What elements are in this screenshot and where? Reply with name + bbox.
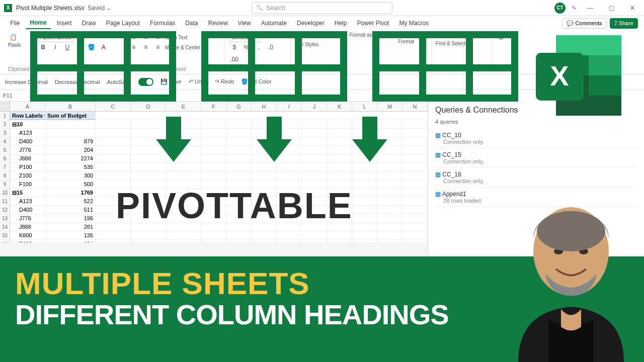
maximize-button[interactable]: ▢ [604,5,619,12]
align-left-icon[interactable]: ≡ [129,42,139,52]
pivot-row-label[interactable]: ⊟10 [10,120,45,128]
paste-icon[interactable]: 📋 [8,32,18,42]
menu-developer[interactable]: Developer [293,18,329,29]
menu-automate[interactable]: Automate [257,18,291,29]
cond-format-button[interactable]: Conditional Formatting [295,32,346,38]
align-center-icon[interactable]: ≡ [141,42,151,52]
ribbon-number: General $ % , .0 .00 Number [225,32,291,72]
query-item[interactable]: CC_10Connection only. [435,129,637,148]
decimal-inc-icon[interactable]: .0 [266,42,276,52]
number-format-select[interactable]: General [229,32,260,42]
pivot-row-label[interactable]: J888 [10,154,45,162]
fill-color-qat[interactable]: 🪣 Fill Color [241,78,271,85]
wrap-text-button[interactable]: Wrap Text [165,35,188,40]
col-header-B[interactable]: B [45,102,96,111]
query-item[interactable]: CC_15Connection only. [435,148,637,168]
col-header-D[interactable]: D [131,102,166,111]
pivot-value: 196 [45,214,96,222]
search-input[interactable]: Search [252,2,392,14]
save-status[interactable]: Saved ⌄ [88,5,111,12]
col-header-J[interactable]: J [302,102,327,111]
menu-review[interactable]: Review [204,18,231,29]
col-header-C[interactable]: C [96,102,131,111]
pivot-row-label[interactable]: D400 [10,206,45,214]
italic-button[interactable]: I [50,42,60,52]
ink-icon[interactable]: ✎ [572,5,577,12]
redo-button[interactable]: ↷ Redo [215,78,234,85]
col-header-N[interactable]: N [403,102,428,111]
increase-decimal-button[interactable]: Increase Decimal [5,79,48,85]
pivot-row-labels-header[interactable]: Row Labels ▾ [10,112,45,120]
bold-button[interactable]: B [38,42,48,52]
format-as-button[interactable]: Format as [349,32,372,38]
pivot-row-label[interactable]: P100 [10,240,45,242]
pivot-row-label[interactable]: K800 [10,231,45,239]
sort-filter-button[interactable]: Sort & Filter [436,32,462,38]
save-button[interactable]: 💾 Save [160,78,182,85]
pivot-row-label[interactable]: A123 [10,197,45,205]
comma-icon[interactable]: , [254,42,264,52]
col-header-A[interactable]: A [10,102,45,111]
fill-color-button[interactable]: 🪣 [87,42,97,52]
pivot-row-label[interactable]: J888 [10,223,45,231]
user-avatar[interactable]: CT [554,3,566,14]
col-header-H[interactable]: H [252,102,277,111]
align-mid-icon[interactable]: ≡ [141,32,151,42]
font-color-button[interactable]: A [99,42,109,52]
align-top-icon[interactable]: ≡ [129,32,139,42]
addins-icon[interactable]: ⊞ [496,32,506,42]
menu-file[interactable]: File [6,18,24,29]
border-button[interactable]: ▦ [74,42,85,52]
menu-view[interactable]: View [234,18,255,29]
query-item[interactable]: CC_18Connection only. [435,168,637,188]
undo-button[interactable]: ↶ Undo [189,78,208,85]
pivot-sum-header: Sum of Budget [45,112,96,120]
currency-icon[interactable]: $ [229,42,239,52]
name-box[interactable]: F11 [0,93,30,99]
pivot-row-label[interactable]: P100 [10,163,45,171]
menu-home[interactable]: Home [26,17,50,29]
col-header-G[interactable]: G [226,102,252,111]
font-name-select[interactable]: Aptos Narrow [38,32,74,42]
menu-help[interactable]: Help [331,18,351,29]
share-button[interactable]: ⤴ Share [610,18,638,29]
presenter-photo [498,196,639,362]
menu-draw[interactable]: Draw [78,18,100,29]
comments-button[interactable]: 💬 Comments [562,18,606,29]
close-button[interactable]: ✕ [625,5,640,12]
menu-page-layout[interactable]: Page Layout [102,18,144,29]
autosave-toggle[interactable] [138,78,153,86]
menu-my-macros[interactable]: My Macros [395,18,433,29]
decimal-dec-icon[interactable]: .00 [229,54,239,64]
align-bot-icon[interactable]: ≡ [153,32,163,42]
menu-power-pivot[interactable]: Power Pivot [353,18,393,29]
pivot-row-label[interactable]: J776 [10,214,45,222]
underline-button[interactable]: U [62,42,72,52]
select-all-corner[interactable] [0,102,10,111]
col-header-K[interactable]: K [327,102,352,111]
pivot-row-label[interactable]: ⊟15 [10,189,45,197]
percent-icon[interactable]: % [242,42,252,52]
col-header-F[interactable]: F [201,102,226,111]
menu-formulas[interactable]: Formulas [146,18,179,29]
pivot-row-label[interactable]: Z100 [10,171,45,179]
menu-insert[interactable]: Insert [53,18,76,29]
menu-data[interactable]: Data [181,18,202,29]
decrease-decimal-button[interactable]: Decrease Decimal [55,79,100,85]
col-header-E[interactable]: E [166,102,201,111]
pivot-row-label[interactable]: J776 [10,146,45,154]
delete-button[interactable]: Delete [399,32,414,38]
pivot-row-label[interactable]: D400 [10,137,45,145]
cell-styles-button[interactable]: Cell Styles [295,42,318,47]
merge-center-button[interactable]: Merge & Center [165,45,201,50]
col-header-L[interactable]: L [352,102,377,111]
pivot-row-label[interactable]: A123 [10,129,45,137]
col-header-I[interactable]: I [277,102,302,111]
format-button[interactable]: Format [398,39,414,44]
align-right-icon[interactable]: ≡ [153,42,163,52]
file-name[interactable]: Pivot Multiple Sheets.xlsx [16,5,85,12]
col-header-M[interactable]: M [377,102,403,111]
find-select-button[interactable]: Find & Select [436,41,465,46]
minimize-button[interactable]: — [583,5,598,12]
pivot-row-label[interactable]: F100 [10,180,45,188]
